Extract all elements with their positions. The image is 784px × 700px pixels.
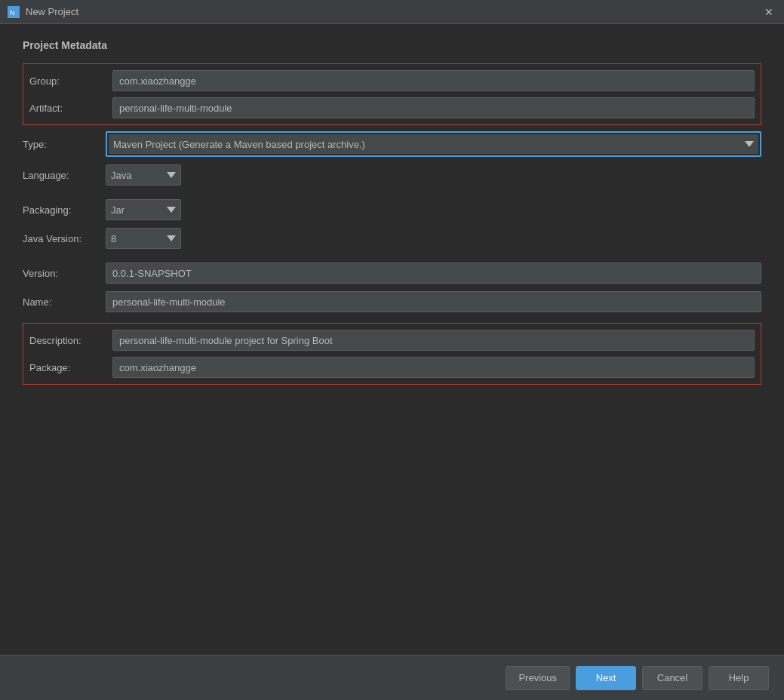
spacer-2: [23, 256, 761, 262]
name-label: Name:: [23, 296, 106, 308]
section-title: Project Metadata: [23, 39, 761, 51]
group-label: Group:: [29, 75, 112, 87]
package-row: Package:: [23, 354, 761, 381]
group-row: Group:: [23, 67, 761, 94]
group-input[interactable]: [112, 70, 755, 91]
title-bar: N New Project ✕: [0, 0, 784, 24]
packaging-row: Packaging: Jar War: [23, 199, 761, 220]
package-label: Package:: [29, 362, 112, 373]
previous-button[interactable]: Previous: [506, 666, 570, 690]
name-input[interactable]: [106, 291, 761, 312]
version-label: Version:: [23, 268, 106, 279]
version-input[interactable]: [106, 262, 761, 284]
desc-pkg-highlight-box: Description: Package:: [23, 323, 761, 385]
description-label: Description:: [29, 335, 112, 346]
language-label: Language:: [23, 170, 106, 181]
dialog-content: Project Metadata Group: Artifact: Type: …: [0, 24, 784, 655]
cancel-button[interactable]: Cancel: [642, 666, 703, 690]
language-select[interactable]: Java Kotlin Groovy: [106, 164, 181, 186]
description-row: Description:: [23, 327, 761, 354]
java-version-row: Java Version: 8 11 17 21: [23, 228, 761, 249]
version-row: Version:: [23, 262, 761, 284]
java-version-select[interactable]: 8 11 17 21: [106, 228, 181, 249]
footer: Previous Next Cancel Help: [0, 655, 784, 700]
close-button[interactable]: ✕: [761, 5, 776, 20]
svg-text:N: N: [10, 9, 15, 17]
type-select-wrapper: Maven Project (Generate a Maven based pr…: [106, 131, 761, 157]
description-input[interactable]: [112, 330, 755, 351]
help-button[interactable]: Help: [709, 666, 769, 690]
packaging-select[interactable]: Jar War: [106, 199, 181, 220]
app-icon: N: [8, 6, 20, 18]
type-select[interactable]: Maven Project (Generate a Maven based pr…: [109, 134, 758, 154]
next-button[interactable]: Next: [576, 666, 636, 690]
group-artifact-highlight-box: Group: Artifact:: [23, 63, 761, 125]
type-row: Type: Maven Project (Generate a Maven ba…: [23, 131, 761, 157]
java-version-label: Java Version:: [23, 233, 106, 244]
package-input[interactable]: [112, 357, 755, 378]
window-title: New Project: [26, 6, 761, 17]
packaging-label: Packaging:: [23, 204, 106, 216]
spacer-1: [23, 193, 761, 199]
artifact-input[interactable]: [112, 97, 755, 118]
artifact-label: Artifact:: [29, 103, 112, 114]
language-row: Language: Java Kotlin Groovy: [23, 164, 761, 186]
artifact-row: Artifact:: [23, 94, 761, 121]
form-container: Group: Artifact: Type: Maven Project (Ge…: [23, 63, 761, 385]
type-label: Type:: [23, 139, 106, 150]
name-row: Name:: [23, 291, 761, 312]
